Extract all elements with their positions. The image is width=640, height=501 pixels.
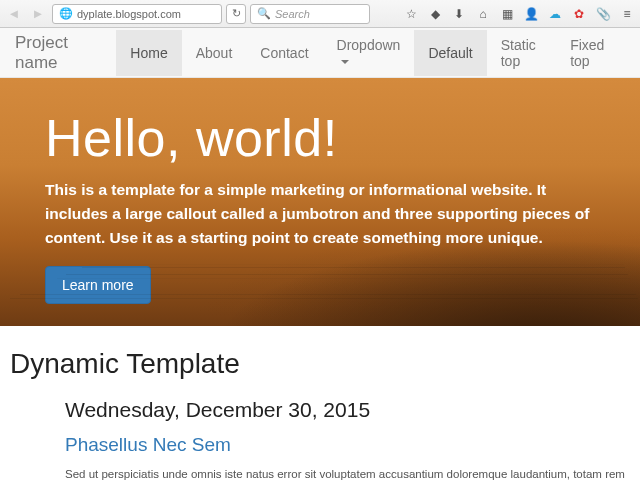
pocket-icon[interactable]: ◆ — [426, 5, 444, 23]
brand[interactable]: Project name — [15, 33, 116, 73]
cloud-icon[interactable]: ☁ — [546, 5, 564, 23]
nav-left: Home About Contact Dropdown — [116, 22, 414, 84]
jumbo-body: This is a template for a simple marketin… — [45, 178, 595, 250]
menu-icon[interactable]: ≡ — [618, 5, 636, 23]
nav-dropdown[interactable]: Dropdown — [323, 22, 415, 84]
nav-dropdown-label: Dropdown — [337, 37, 401, 53]
post-body: Sed ut perspiciatis unde omnis iste natu… — [65, 466, 630, 483]
caret-icon — [341, 60, 349, 64]
ext1-icon[interactable]: ✿ — [570, 5, 588, 23]
main-navbar: Project name Home About Contact Dropdown… — [0, 28, 640, 78]
toolbar-right: ☆ ◆ ⬇ ⌂ ▦ 👤 ☁ ✿ 📎 ≡ — [402, 5, 636, 23]
ext2-icon[interactable]: 📎 — [594, 5, 612, 23]
post-date: Wednesday, December 30, 2015 — [65, 398, 630, 422]
forward-icon[interactable]: ► — [28, 4, 48, 24]
search-bar[interactable]: 🔍 Search — [250, 4, 370, 24]
people-icon[interactable]: 👤 — [522, 5, 540, 23]
address-bar[interactable]: 🌐 dyplate.blogspot.com — [52, 4, 222, 24]
star-icon[interactable]: ☆ — [402, 5, 420, 23]
section-title: Dynamic Template — [10, 348, 630, 380]
nav-about[interactable]: About — [182, 30, 247, 76]
reload-button[interactable]: ↻ — [226, 4, 246, 24]
nav-home[interactable]: Home — [116, 30, 181, 76]
post: Wednesday, December 30, 2015 Phasellus N… — [10, 398, 630, 483]
globe-icon: 🌐 — [59, 7, 73, 20]
home-icon[interactable]: ⌂ — [474, 5, 492, 23]
nav-default[interactable]: Default — [414, 30, 486, 76]
url-text: dyplate.blogspot.com — [77, 8, 181, 20]
search-placeholder: Search — [275, 8, 310, 20]
jumbotron: Hello, world! This is a template for a s… — [0, 78, 640, 326]
post-title-link[interactable]: Phasellus Nec Sem — [65, 434, 231, 456]
jumbo-heading: Hello, world! — [45, 108, 595, 168]
nav-contact[interactable]: Contact — [246, 30, 322, 76]
back-icon[interactable]: ◄ — [4, 4, 24, 24]
learn-more-button[interactable]: Learn more — [45, 266, 151, 304]
grid-icon[interactable]: ▦ — [498, 5, 516, 23]
download-icon[interactable]: ⬇ — [450, 5, 468, 23]
nav-fixed-top[interactable]: Fixed top — [556, 22, 625, 84]
nav-static-top[interactable]: Static top — [487, 22, 556, 84]
content-area: Dynamic Template Wednesday, December 30,… — [0, 326, 640, 493]
search-icon: 🔍 — [257, 7, 271, 20]
nav-right: Default Static top Fixed top — [414, 22, 625, 84]
